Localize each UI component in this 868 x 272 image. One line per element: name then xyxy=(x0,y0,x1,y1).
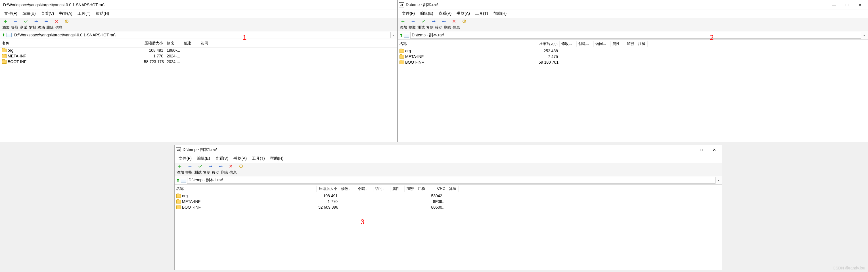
path-dropdown-icon[interactable]: ▾ xyxy=(862,34,866,37)
menu-view[interactable]: 查看(V) xyxy=(214,156,230,162)
col-header-packed[interactable]: 压缩后大小 xyxy=(537,40,560,47)
col-header-note[interactable]: 注释 xyxy=(636,40,648,47)
menu-bookmark[interactable]: 书签(A) xyxy=(232,156,248,162)
cell-name[interactable]: META-INF xyxy=(175,199,317,204)
col-header-accessed[interactable]: 访问... xyxy=(373,186,391,192)
list-body[interactable]: org108 4911980-...META-INF1 7702024-...B… xyxy=(0,48,397,142)
menu-help[interactable]: 帮助(H) xyxy=(492,10,508,17)
test-icon[interactable] xyxy=(198,164,203,169)
up-icon[interactable]: ⬆ xyxy=(2,33,5,37)
add-icon[interactable] xyxy=(3,19,8,24)
col-header-modified[interactable]: 修改... xyxy=(560,40,577,47)
col-header-created[interactable]: 创建... xyxy=(182,40,199,46)
up-icon[interactable]: ⬆ xyxy=(400,33,403,37)
col-header-attr[interactable]: 属性 xyxy=(391,186,405,192)
move-icon[interactable] xyxy=(441,19,446,24)
col-header-accessed[interactable]: 访问... xyxy=(199,40,216,46)
extract-button[interactable]: 提取 xyxy=(185,170,193,175)
col-header-alg[interactable]: 算法 xyxy=(447,186,459,192)
cell-name[interactable]: BOOT-INF xyxy=(0,59,142,64)
move-button[interactable]: 移动 xyxy=(435,25,443,30)
menu-tool[interactable]: 工具(T) xyxy=(250,156,267,162)
menu-edit[interactable]: 编辑(E) xyxy=(195,156,212,162)
table-row[interactable]: META-INF7 475 xyxy=(398,54,868,59)
menu-file[interactable]: 文件(F) xyxy=(3,10,19,17)
test-icon[interactable] xyxy=(24,19,28,24)
list-body[interactable]: org252 488META-INF7 475BOOT-INF59 180 70… xyxy=(398,48,868,142)
table-row[interactable]: org108 4911980-... xyxy=(0,48,397,53)
table-row[interactable]: BOOT-INF58 723 1732024-... xyxy=(0,59,397,64)
col-header-created[interactable]: 创建... xyxy=(356,186,373,192)
move-button[interactable]: 移动 xyxy=(212,170,219,175)
path-input[interactable]: D:\temp - 副本1.rar\ xyxy=(187,177,715,184)
menu-help[interactable]: 帮助(H) xyxy=(268,156,285,162)
cell-name[interactable]: org xyxy=(0,48,142,53)
menu-bookmark[interactable]: 书签(A) xyxy=(57,10,74,17)
add-button[interactable]: 添加 xyxy=(176,170,184,175)
info-button[interactable]: 信息 xyxy=(229,170,237,175)
minimize-button[interactable]: — xyxy=(682,145,695,154)
path-input[interactable]: D:\temp - 副本.rar\ xyxy=(410,32,861,39)
info-button[interactable]: 信息 xyxy=(55,25,63,30)
info-icon[interactable] xyxy=(462,19,466,24)
col-header-packed[interactable]: 压缩后大小 xyxy=(142,40,165,46)
table-row[interactable]: org108 49153042... xyxy=(175,193,722,199)
menu-file[interactable]: 文件(F) xyxy=(177,156,193,162)
move-icon[interactable] xyxy=(218,164,223,169)
test-button[interactable]: 测试 xyxy=(194,170,202,175)
copy-icon[interactable] xyxy=(208,164,213,169)
copy-button[interactable]: 复制 xyxy=(203,170,211,175)
menu-file[interactable]: 文件(F) xyxy=(400,10,416,17)
titlebar[interactable]: 7z D:\temp - 副本1.rar\ — □ ✕ xyxy=(175,145,722,154)
table-row[interactable]: BOOT-INF59 180 701 xyxy=(398,59,868,65)
delete-icon[interactable] xyxy=(452,19,456,24)
menu-help[interactable]: 帮助(H) xyxy=(94,10,111,17)
maximize-button[interactable]: □ xyxy=(840,1,854,9)
menu-edit[interactable]: 编辑(E) xyxy=(418,10,435,17)
menu-view[interactable]: 查看(V) xyxy=(39,10,56,17)
delete-button[interactable]: 删除 xyxy=(46,25,54,30)
delete-button[interactable]: 删除 xyxy=(443,25,452,30)
add-icon[interactable] xyxy=(178,164,182,169)
path-input[interactable]: D:\Workspace\yangsi\target\yangsi-0.0.1-… xyxy=(13,32,391,38)
move-icon[interactable] xyxy=(44,19,49,24)
cell-name[interactable]: META-INF xyxy=(0,53,142,58)
extract-button[interactable]: 提取 xyxy=(11,25,19,30)
col-header-name[interactable]: 名称 xyxy=(0,40,142,46)
col-header-created[interactable]: 创建... xyxy=(577,40,594,47)
delete-icon[interactable] xyxy=(228,164,233,169)
move-button[interactable]: 移动 xyxy=(37,25,45,30)
delete-button[interactable]: 删除 xyxy=(220,170,228,175)
copy-button[interactable]: 复制 xyxy=(28,25,36,30)
cell-name[interactable]: BOOT-INF xyxy=(175,205,317,210)
col-header-encrypt[interactable]: 加密 xyxy=(405,186,416,192)
menu-view[interactable]: 查看(V) xyxy=(437,10,454,17)
col-header-attr[interactable]: 属性 xyxy=(611,40,625,47)
copy-button[interactable]: 复制 xyxy=(426,25,434,30)
menu-tool[interactable]: 工具(T) xyxy=(473,10,490,17)
close-button[interactable]: ✕ xyxy=(854,1,867,9)
col-header-packed[interactable]: 压缩后大小 xyxy=(317,186,339,192)
col-header-accessed[interactable]: 访问... xyxy=(594,40,611,47)
menu-bookmark[interactable]: 书签(A) xyxy=(455,10,472,17)
copy-icon[interactable] xyxy=(34,19,38,24)
add-button[interactable]: 添加 xyxy=(2,25,10,30)
add-button[interactable]: 添加 xyxy=(400,25,407,30)
copy-icon[interactable] xyxy=(431,19,436,24)
test-button[interactable]: 测试 xyxy=(417,25,425,30)
cell-name[interactable]: org xyxy=(175,193,317,198)
col-header-encrypt[interactable]: 加密 xyxy=(625,40,636,47)
cell-name[interactable]: org xyxy=(398,48,537,53)
table-row[interactable]: org252 488 xyxy=(398,48,868,54)
col-header-name[interactable]: 名称 xyxy=(398,40,537,47)
table-row[interactable]: BOOT-INF52 609 39680600... xyxy=(175,205,722,210)
titlebar[interactable]: 7z D:\temp - 副本.rar\ — □ ✕ xyxy=(398,0,868,9)
table-row[interactable]: META-INF1 7708E09... xyxy=(175,199,722,205)
extract-icon[interactable] xyxy=(13,19,18,24)
add-icon[interactable] xyxy=(401,19,405,24)
test-icon[interactable] xyxy=(421,19,426,24)
menu-tool[interactable]: 工具(T) xyxy=(76,10,92,17)
col-header-name[interactable]: 名称 xyxy=(175,186,317,192)
extract-button[interactable]: 提取 xyxy=(408,25,416,30)
col-header-modified[interactable]: 修改... xyxy=(339,186,356,192)
